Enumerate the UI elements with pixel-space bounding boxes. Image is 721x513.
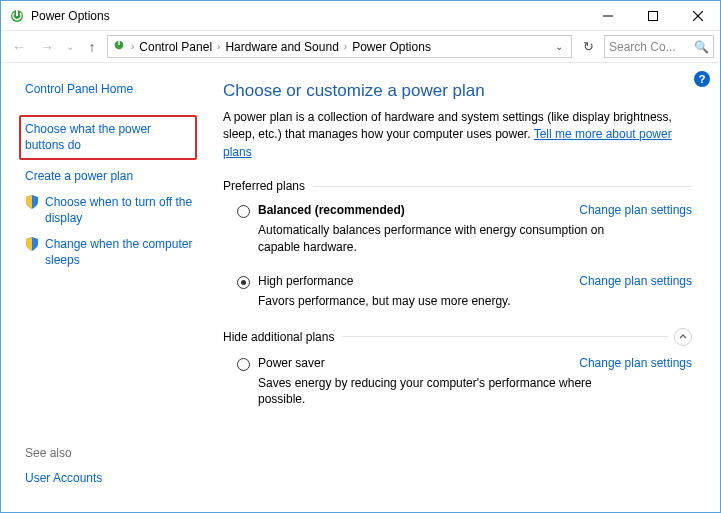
breadcrumb-hardware-sound[interactable]: Hardware and Sound: [225, 40, 338, 54]
section-label: Preferred plans: [223, 179, 305, 193]
breadcrumb-power-options[interactable]: Power Options: [352, 40, 431, 54]
plan-name[interactable]: Power saver: [258, 356, 325, 370]
see-also-section: See also User Accounts: [25, 446, 197, 500]
refresh-button[interactable]: ↻: [576, 35, 600, 58]
plan-description: Saves energy by reducing your computer's…: [258, 375, 638, 409]
close-button[interactable]: [675, 1, 720, 30]
minimize-button[interactable]: [585, 1, 630, 30]
divider: [313, 186, 692, 187]
svg-rect-1: [16, 10, 18, 16]
search-placeholder: Search Co...: [609, 40, 690, 54]
address-dropdown-icon[interactable]: ⌄: [551, 41, 567, 52]
hide-additional-plans-heading[interactable]: Hide additional plans: [223, 328, 692, 346]
chevron-right-icon: ›: [217, 41, 220, 52]
plan-power-saver: Power saver Change plan settings Saves e…: [223, 356, 692, 409]
window-controls: [585, 1, 720, 30]
radio-balanced[interactable]: [237, 205, 250, 218]
shield-icon: [25, 195, 39, 209]
radio-high-performance[interactable]: [237, 276, 250, 289]
sidebar-item-turn-off-display[interactable]: Choose when to turn off the display: [25, 194, 197, 226]
chevron-right-icon: ›: [344, 41, 347, 52]
search-input[interactable]: Search Co... 🔍: [604, 35, 714, 58]
plan-description: Favors performance, but may use more ene…: [258, 293, 638, 310]
preferred-plans-heading: Preferred plans: [223, 179, 692, 193]
see-also-heading: See also: [25, 446, 197, 460]
control-panel-home-link[interactable]: Control Panel Home: [25, 81, 197, 97]
divider: [342, 336, 668, 337]
sidebar-item-power-buttons[interactable]: Choose what the power buttons do: [19, 115, 197, 159]
maximize-button[interactable]: [630, 1, 675, 30]
sidebar-item-sleep[interactable]: Change when the computer sleeps: [25, 236, 197, 268]
see-also-user-accounts[interactable]: User Accounts: [25, 471, 102, 485]
change-plan-settings-link[interactable]: Change plan settings: [579, 356, 692, 370]
breadcrumb-control-panel[interactable]: Control Panel: [139, 40, 212, 54]
plan-description: Automatically balances performance with …: [258, 222, 638, 256]
radio-power-saver[interactable]: [237, 358, 250, 371]
collapse-icon[interactable]: [674, 328, 692, 346]
search-icon: 🔍: [694, 40, 709, 54]
change-plan-settings-link[interactable]: Change plan settings: [579, 203, 692, 217]
battery-icon: [112, 38, 126, 55]
sidebar: Control Panel Home Choose what the power…: [1, 63, 211, 512]
svg-rect-3: [648, 11, 657, 20]
sidebar-item-create-plan[interactable]: Create a power plan: [25, 168, 197, 184]
nav-bar: ← → ⌄ ↑ › Control Panel › Hardware and S…: [1, 31, 720, 63]
sidebar-item-label: Choose what the power buttons do: [25, 121, 191, 153]
address-bar[interactable]: › Control Panel › Hardware and Sound › P…: [107, 35, 572, 58]
history-dropdown-icon[interactable]: ⌄: [63, 35, 77, 59]
svg-rect-7: [118, 41, 119, 45]
plan-name[interactable]: High performance: [258, 274, 353, 288]
plan-high-performance: High performance Change plan settings Fa…: [223, 274, 692, 310]
sidebar-item-label: Change when the computer sleeps: [45, 236, 197, 268]
plan-name[interactable]: Balanced (recommended): [258, 203, 405, 217]
main-panel: Choose or customize a power plan A power…: [211, 63, 720, 512]
sidebar-item-label: Choose when to turn off the display: [45, 194, 197, 226]
shield-icon: [25, 237, 39, 251]
back-button[interactable]: ←: [7, 35, 31, 59]
help-icon[interactable]: ?: [694, 71, 710, 87]
title-bar: Power Options: [1, 1, 720, 31]
power-options-icon: [9, 8, 25, 24]
content-area: ? Control Panel Home Choose what the pow…: [1, 63, 720, 512]
up-button[interactable]: ↑: [81, 36, 103, 58]
window-title: Power Options: [31, 9, 110, 23]
plan-balanced: Balanced (recommended) Change plan setti…: [223, 203, 692, 256]
section-label: Hide additional plans: [223, 330, 334, 344]
sidebar-item-label: Create a power plan: [25, 168, 133, 184]
forward-button[interactable]: →: [35, 35, 59, 59]
intro-text: A power plan is a collection of hardware…: [223, 109, 692, 161]
chevron-right-icon: ›: [131, 41, 134, 52]
page-heading: Choose or customize a power plan: [223, 81, 692, 101]
change-plan-settings-link[interactable]: Change plan settings: [579, 274, 692, 288]
